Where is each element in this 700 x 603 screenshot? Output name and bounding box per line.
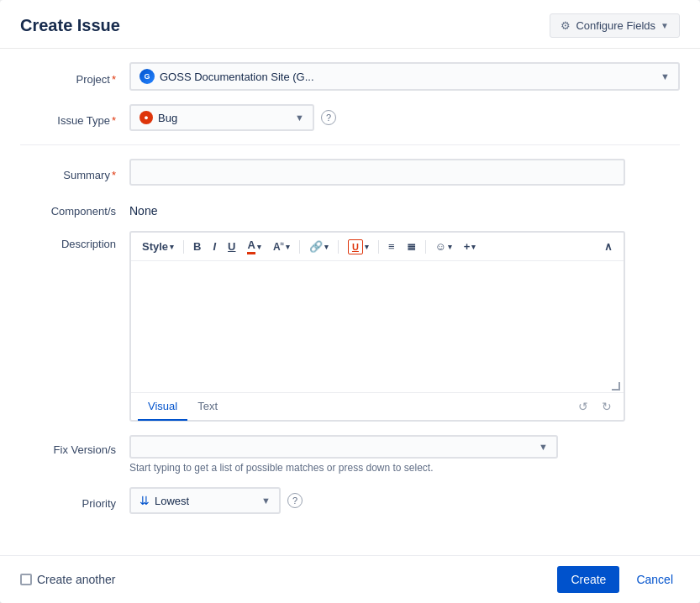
dialog-body: Project G GOSS Documentation Site (G... … — [0, 49, 700, 555]
link-icon: 🔗 — [309, 240, 323, 253]
italic-icon: I — [213, 240, 216, 253]
project-label: Project — [20, 68, 129, 86]
u-style-icon: U — [348, 239, 363, 254]
bug-icon: ● — [139, 111, 153, 124]
fix-version-select[interactable]: ▼ — [129, 435, 558, 459]
numbered-list-button[interactable]: ≣ — [403, 238, 420, 255]
project-value: GOSS Documentation Site (G... — [160, 71, 652, 83]
issue-type-chevron-icon: ▼ — [295, 113, 304, 123]
fix-version-hint: Start typing to get a list of possible m… — [129, 462, 680, 474]
summary-row: Summary — [20, 159, 680, 186]
expand-button[interactable]: ∧ — [600, 238, 617, 255]
italic-button[interactable]: I — [208, 238, 220, 255]
editor-resize-handle[interactable] — [131, 387, 624, 392]
tab-text[interactable]: Text — [187, 393, 228, 421]
bullet-list-icon: ≡ — [388, 240, 395, 253]
issue-type-row: Issue Type ● Bug ▼ ? — [20, 104, 680, 131]
text-transform-button[interactable]: A≈ ▾ — [269, 238, 294, 255]
issue-type-help-icon[interactable]: ? — [321, 110, 336, 125]
bullet-list-button[interactable]: ≡ — [384, 238, 399, 255]
text-color-chevron-icon: ▾ — [257, 243, 261, 251]
toolbar-separator-5 — [425, 240, 426, 254]
components-label: Component/s — [20, 200, 129, 218]
emoji-chevron-icon: ▾ — [448, 243, 452, 251]
issue-type-label: Issue Type — [20, 109, 129, 127]
priority-chevron-icon: ▼ — [261, 496, 271, 506]
redo-button[interactable]: ↻ — [597, 396, 617, 417]
project-select[interactable]: G GOSS Documentation Site (G... ▼ — [129, 62, 680, 91]
create-issue-dialog: Create Issue ⚙ Configure Fields ▼ Projec… — [0, 0, 700, 603]
expand-icon: ∧ — [604, 240, 613, 253]
text-color-button[interactable]: A ▾ — [243, 236, 265, 257]
more-chevron-icon: ▾ — [471, 243, 476, 251]
project-row: Project G GOSS Documentation Site (G... … — [20, 62, 680, 91]
project-field-content: G GOSS Documentation Site (G... ▼ — [129, 62, 680, 91]
description-field-content: Style ▾ B I U — [129, 231, 680, 422]
more-button[interactable]: + ▾ — [460, 238, 481, 255]
emoji-button[interactable]: ☺ ▾ — [431, 238, 456, 255]
priority-controls: ⇊ Lowest ▼ ? — [129, 487, 680, 514]
priority-select[interactable]: ⇊ Lowest ▼ — [129, 487, 281, 514]
create-another-wrapper: Create another — [20, 573, 115, 586]
priority-label: Priority — [20, 492, 129, 510]
bold-button[interactable]: B — [189, 238, 205, 255]
style-label: Style — [142, 240, 168, 253]
dialog-footer: Create another Create Cancel — [0, 555, 700, 603]
toolbar-separator-2 — [299, 240, 300, 254]
summary-input[interactable] — [129, 159, 625, 186]
description-row: Description Style ▾ B — [20, 231, 680, 422]
issue-type-field-content: ● Bug ▼ ? — [129, 104, 680, 131]
create-another-checkbox[interactable] — [20, 574, 32, 585]
cancel-button[interactable]: Cancel — [629, 566, 680, 593]
create-button[interactable]: Create — [557, 566, 619, 593]
fix-version-chevron-icon: ▼ — [539, 442, 548, 452]
bold-icon: B — [193, 240, 201, 253]
text-color-icon: A — [247, 239, 255, 254]
create-another-label[interactable]: Create another — [37, 573, 115, 586]
dialog-title: Create Issue — [20, 16, 120, 35]
summary-label: Summary — [20, 164, 129, 181]
underline-icon: U — [228, 240, 235, 253]
divider — [20, 144, 680, 145]
numbered-list-icon: ≣ — [407, 240, 416, 253]
priority-row: Priority ⇊ Lowest ▼ ? — [20, 487, 680, 514]
fix-version-row: Fix Version/s ▼ Start typing to get a li… — [20, 435, 680, 474]
description-label: Description — [20, 231, 129, 250]
form-section: Project G GOSS Documentation Site (G... … — [0, 49, 700, 541]
toolbar-separator-1 — [183, 240, 184, 254]
configure-fields-label: Configure Fields — [576, 19, 655, 32]
text-transform-chevron-icon: ▾ — [286, 243, 290, 251]
priority-icon: ⇊ — [139, 494, 150, 507]
underline-style-button[interactable]: U ▾ — [344, 237, 373, 257]
description-editor: Style ▾ B I U — [129, 231, 625, 422]
issue-type-controls: ● Bug ▼ ? — [129, 104, 680, 131]
fix-version-label: Fix Version/s — [20, 435, 129, 456]
issue-type-select[interactable]: ● Bug ▼ — [129, 104, 314, 131]
configure-fields-button[interactable]: ⚙ Configure Fields ▼ — [550, 13, 680, 38]
issue-type-value: Bug — [158, 112, 287, 124]
chevron-down-icon: ▼ — [661, 21, 669, 30]
priority-value: Lowest — [155, 495, 253, 507]
editor-tab-list: Visual Text — [138, 393, 228, 420]
priority-field-content: ⇊ Lowest ▼ ? — [129, 487, 680, 514]
project-chevron-icon: ▼ — [661, 71, 670, 81]
editor-content-area[interactable] — [131, 261, 624, 387]
summary-field-content — [129, 159, 680, 186]
dialog-header: Create Issue ⚙ Configure Fields ▼ — [0, 0, 700, 49]
editor-tab-actions: ↺ ↻ — [573, 396, 617, 417]
underline-button[interactable]: U — [224, 238, 239, 255]
link-chevron-icon: ▾ — [324, 243, 329, 251]
undo-button[interactable]: ↺ — [573, 396, 593, 417]
priority-help-icon[interactable]: ? — [287, 493, 303, 508]
text-transform-icon: A≈ — [273, 240, 284, 253]
u-style-chevron-icon: ▾ — [365, 243, 369, 251]
tab-visual[interactable]: Visual — [138, 393, 187, 421]
toolbar-separator-4 — [378, 240, 379, 254]
components-value: None — [129, 199, 680, 218]
toolbar-separator-3 — [338, 240, 339, 254]
project-icon: G — [139, 69, 155, 84]
components-row: Component/s None — [20, 199, 680, 218]
style-dropdown-button[interactable]: Style ▾ — [138, 238, 178, 255]
editor-tabs: Visual Text ↺ ↻ — [131, 392, 624, 420]
link-button[interactable]: 🔗 ▾ — [305, 238, 333, 255]
